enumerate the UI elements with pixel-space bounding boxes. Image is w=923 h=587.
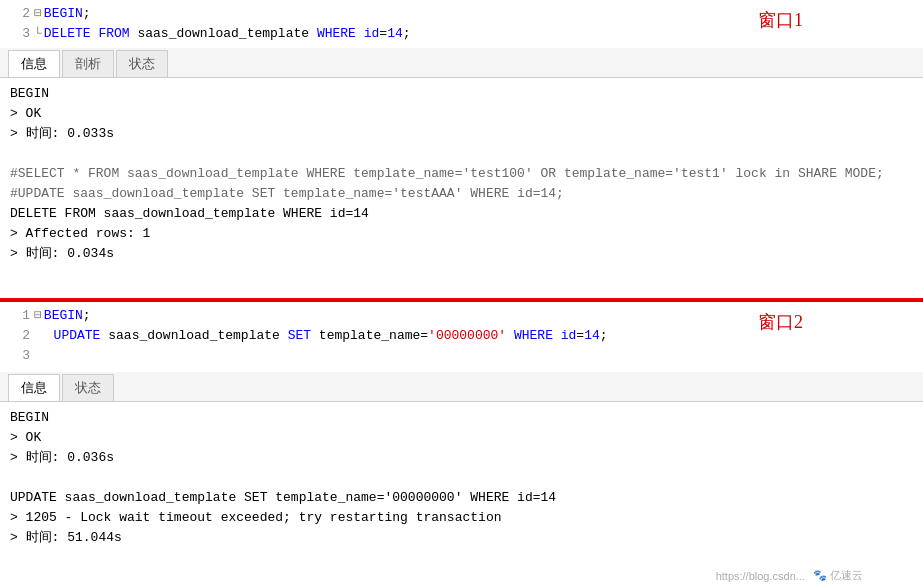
- indent-icon: └: [34, 24, 42, 44]
- window1-code: 2 ⊟ BEGIN; 3 └ DELETE FROM saas_download…: [0, 0, 923, 48]
- keyword-id: id: [364, 24, 380, 44]
- space2-w2: [506, 326, 514, 346]
- window1-output: BEGIN > OK > 时间: 0.033s #SELECT * FROM s…: [0, 78, 923, 298]
- keyword-where-w2: WHERE: [514, 326, 553, 346]
- output-time2: > 时间: 0.034s: [10, 244, 913, 264]
- id-value: 14: [387, 24, 403, 44]
- keyword-delete: DELETE FROM: [44, 24, 130, 44]
- collapse-icon[interactable]: ⊟: [34, 4, 42, 24]
- window2-label: 窗口2: [758, 310, 803, 334]
- line-number: 3: [6, 346, 30, 366]
- output-delete: DELETE FROM saas_download_template WHERE…: [10, 204, 913, 224]
- tab-status-2[interactable]: 状态: [62, 374, 114, 401]
- table-name-w2: saas_download_template: [100, 326, 287, 346]
- window1: 2 ⊟ BEGIN; 3 └ DELETE FROM saas_download…: [0, 0, 923, 300]
- line-number: 1: [6, 306, 30, 326]
- equals: =: [379, 24, 387, 44]
- id-value-w2: 14: [584, 326, 600, 346]
- output-update: UPDATE saas_download_template SET templa…: [10, 488, 913, 508]
- collapse-icon-w2[interactable]: ⊟: [34, 306, 42, 326]
- space-w2: template_name=: [311, 326, 428, 346]
- where-clause: [356, 24, 364, 44]
- semicolon-w2-2: ;: [600, 326, 608, 346]
- line-number: 2: [6, 326, 30, 346]
- line-number: 3: [6, 24, 30, 44]
- window2: 1 ⊟ BEGIN; 2 UPDATE saas_download_templa…: [0, 302, 923, 587]
- output-error: > 1205 - Lock wait timeout exceeded; try…: [10, 508, 913, 528]
- output-begin-w2: BEGIN: [10, 408, 913, 428]
- output-affected: > Affected rows: 1: [10, 224, 913, 244]
- window1-label: 窗口1: [758, 8, 803, 32]
- tab-explain-1[interactable]: 剖析: [62, 50, 114, 77]
- output-begin: BEGIN: [10, 84, 913, 104]
- window2-tabs: 信息 状态: [0, 372, 923, 402]
- indent-space: [34, 326, 50, 346]
- window2-output: BEGIN > OK > 时间: 0.036s UPDATE saas_down…: [0, 402, 923, 587]
- tab-info-2[interactable]: 信息: [8, 374, 60, 401]
- watermark-brand: 🐾 亿速云: [813, 568, 863, 583]
- keyword-where: WHERE: [317, 24, 356, 44]
- keyword-update: UPDATE: [54, 326, 101, 346]
- output-time-w2-1: > 时间: 0.036s: [10, 448, 913, 468]
- output-blank1: [10, 144, 913, 164]
- semicolon2: ;: [403, 24, 411, 44]
- window2-code: 1 ⊟ BEGIN; 2 UPDATE saas_download_templa…: [0, 302, 923, 372]
- keyword-begin: BEGIN: [44, 4, 83, 24]
- keyword-begin-w2: BEGIN: [44, 306, 83, 326]
- string-value: '00000000': [428, 326, 506, 346]
- table-name: saas_download_template: [130, 24, 317, 44]
- tab-info-1[interactable]: 信息: [8, 50, 60, 77]
- keyword-id-w2: id: [561, 326, 577, 346]
- tab-status-1[interactable]: 状态: [116, 50, 168, 77]
- equals-w2: =: [576, 326, 584, 346]
- watermark-area: https://blog.csdn... 🐾 亿速云: [716, 568, 863, 583]
- output-ok: > OK: [10, 104, 913, 124]
- output-comment1: #SELECT * FROM saas_download_template WH…: [10, 164, 913, 184]
- keyword-set: SET: [288, 326, 311, 346]
- window1-tabs: 信息 剖析 状态: [0, 48, 923, 78]
- code-line-w2-3: 3: [0, 346, 923, 366]
- output-comment2: #UPDATE saas_download_template SET templ…: [10, 184, 913, 204]
- output-blank-w2: [10, 468, 913, 488]
- output-time-w2-2: > 时间: 51.044s: [10, 528, 913, 548]
- semicolon-w2: ;: [83, 306, 91, 326]
- line-number: 2: [6, 4, 30, 24]
- output-time1: > 时间: 0.033s: [10, 124, 913, 144]
- watermark-url: https://blog.csdn...: [716, 570, 805, 582]
- semicolon: ;: [83, 4, 91, 24]
- space3-w2: [553, 326, 561, 346]
- output-ok-w2: > OK: [10, 428, 913, 448]
